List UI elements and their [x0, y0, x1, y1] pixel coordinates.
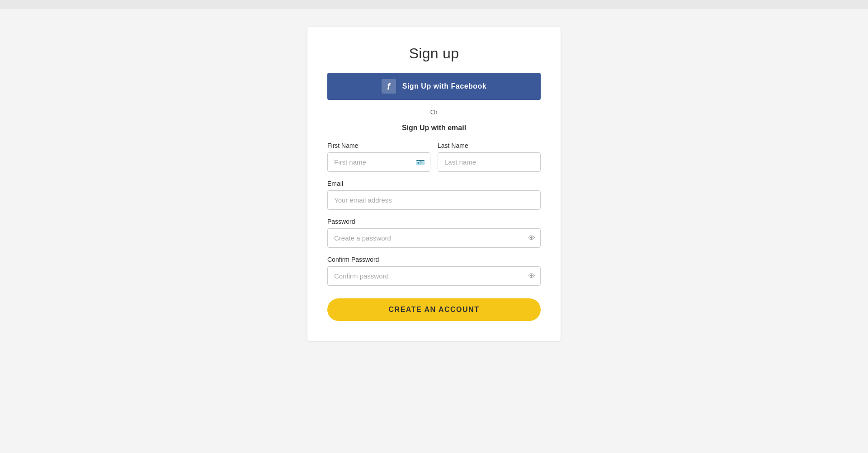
create-account-button[interactable]: CREATE AN ACCOUNT: [327, 298, 541, 321]
page-title: Sign up: [327, 45, 541, 62]
email-signup-title: Sign Up with email: [327, 124, 541, 132]
last-name-input-wrapper: [438, 152, 541, 172]
name-row: First Name 🪪 Last Name: [327, 142, 541, 172]
first-name-field-group: First Name 🪪: [327, 142, 430, 172]
confirm-password-input[interactable]: [327, 266, 541, 286]
email-input-wrapper: [327, 190, 541, 210]
confirm-password-input-wrapper: 👁: [327, 266, 541, 286]
password-field-group: Password 👁: [327, 218, 541, 248]
facebook-icon: f: [387, 81, 390, 92]
last-name-field-group: Last Name: [438, 142, 541, 172]
email-input[interactable]: [327, 190, 541, 210]
signup-form-card: Sign up f Sign Up with Facebook Or Sign …: [307, 27, 561, 341]
facebook-signup-button[interactable]: f Sign Up with Facebook: [327, 73, 541, 100]
first-name-input-wrapper: 🪪: [327, 152, 430, 172]
password-visibility-icon[interactable]: 👁: [528, 234, 535, 242]
id-card-icon: 🪪: [416, 158, 425, 166]
password-input-wrapper: 👁: [327, 228, 541, 248]
last-name-input[interactable]: [438, 152, 541, 172]
facebook-button-label: Sign Up with Facebook: [402, 82, 487, 90]
page-wrapper: Sign up f Sign Up with Facebook Or Sign …: [0, 9, 868, 453]
facebook-icon-box: f: [382, 79, 396, 94]
last-name-label: Last Name: [438, 142, 541, 149]
first-name-input[interactable]: [327, 152, 430, 172]
email-label: Email: [327, 180, 541, 187]
confirm-password-field-group: Confirm Password 👁: [327, 256, 541, 286]
email-field-group: Email: [327, 180, 541, 210]
confirm-password-label: Confirm Password: [327, 256, 541, 263]
first-name-label: First Name: [327, 142, 430, 149]
password-label: Password: [327, 218, 541, 225]
password-input[interactable]: [327, 228, 541, 248]
confirm-password-visibility-icon[interactable]: 👁: [528, 272, 535, 280]
or-divider: Or: [327, 108, 541, 116]
